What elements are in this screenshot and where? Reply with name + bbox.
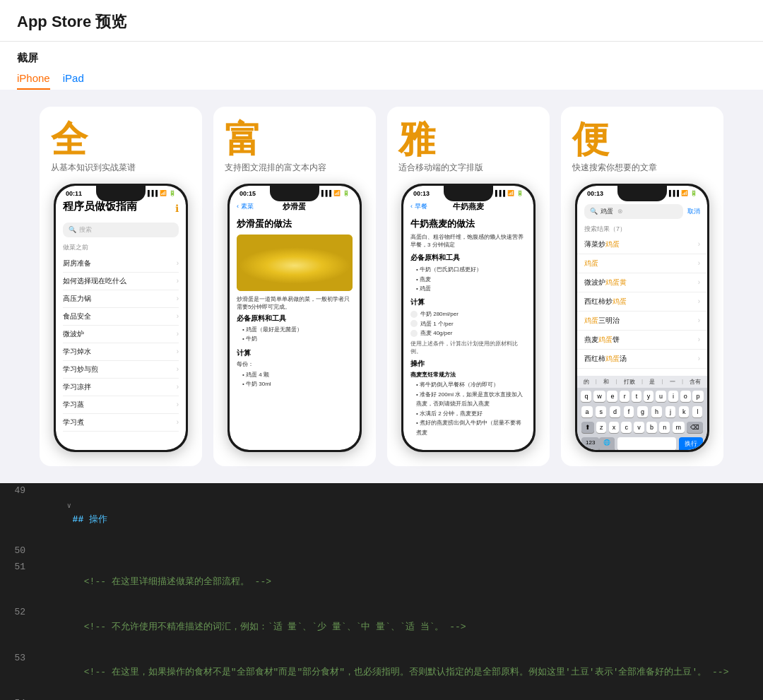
phone3-calc-row-1: 鸡蛋 1 个/per [410,319,526,329]
clear-icon[interactable]: ⊗ [617,208,623,215]
key-u[interactable]: u [656,391,666,402]
list-item[interactable]: 学习蒸 › [63,396,179,414]
key-m[interactable]: m [673,422,685,433]
result-item[interactable]: 微波炉鸡蛋黄 › [577,273,707,292]
back-button-2[interactable]: ‹ 素菜 [237,202,254,211]
device-tabs: iPhone iPad [17,72,746,90]
keyboard-row-1: q w e r t y u i o p [577,389,707,403]
list-item[interactable]: 厨房准备 › [63,255,179,273]
phone-notch-3 [444,186,493,201]
key-return[interactable]: 换行 [679,437,703,450]
key-g[interactable]: g [637,406,648,417]
key-y[interactable]: y [644,391,654,402]
key-c[interactable]: c [621,422,632,433]
key-p[interactable]: p [692,391,703,402]
phone2-ingredient-0: • 鸡蛋（最好是无菌蛋） [237,326,353,335]
key-f[interactable]: f [624,406,634,417]
chevron-icon: › [698,355,700,362]
key-t[interactable]: t [632,391,641,402]
cancel-button-4[interactable]: 取消 [687,207,700,216]
phone4-search-bar: 🔍 鸡蛋 ⊗ 取消 [577,201,707,222]
keyboard-suggestions: 的 | 和 | 打败 | 是 | 一 | 含有 [577,376,707,388]
key-a[interactable]: a [581,406,592,417]
search-placeholder: 搜索 [79,225,92,235]
status-time-3: 00:13 [413,190,430,197]
key-s[interactable]: s [596,406,606,417]
tab-ipad[interactable]: iPad [63,72,84,90]
phone4-search-input[interactable]: 🔍 鸡蛋 ⊗ [584,204,683,219]
key-v[interactable]: v [634,422,644,433]
chevron-icon: › [177,418,179,426]
result-item[interactable]: 燕麦鸡蛋饼 › [577,331,707,350]
collapse-arrow[interactable]: ∨ [67,502,71,510]
key-r[interactable]: r [620,391,629,402]
result-item[interactable]: 西红柿鸡蛋汤 › [577,350,707,369]
list-item[interactable]: 学习焯水 › [63,343,179,361]
key-l[interactable]: l [692,406,702,417]
status-icons-4: ▐▐▐ 📶 🔋 [667,190,697,196]
phone3-ingredient-1: • 燕麦 [410,275,526,285]
result-item[interactable]: 薄菜炒鸡蛋 › [577,235,707,254]
line-number: 54 [0,696,34,700]
tab-iphone[interactable]: iPhone [17,72,50,90]
keyboard-row-3: ⬆ z x c v b n m ⌫ [577,420,707,434]
phone-frame-1: 00:11 ▐▐▐ 📶 🔋 程序员做饭指南 ℹ 🔍 搜索 [54,184,188,452]
key-w[interactable]: w [593,391,605,402]
calc-icon [410,311,418,318]
line-content: <!-- 不允许使用不精准描述的词汇，例如：`适 量`、`少 量`、`中 量`、… [34,605,763,649]
line-number: 49 [0,484,34,499]
key-123[interactable]: 123 [581,437,599,450]
page-title: App Store 预览 [17,13,126,30]
chevron-icon: › [698,240,700,248]
keyboard-row-2: a s d f g h j k l [577,405,707,419]
phone-screen-3: 00:13 ▐▐▐ 📶 🔋 ‹ 早餐 牛奶燕麦 牛奶燕麦的做法 高蛋白、粗谷物纤… [403,186,533,450]
code-line-50: 50 [0,543,763,559]
chevron-icon: › [698,336,700,343]
key-shift[interactable]: ⬆ [581,422,594,433]
code-line-54: 54 [0,696,763,700]
line-number: 51 [0,560,34,575]
key-z[interactable]: z [596,422,607,433]
key-q[interactable]: q [581,391,591,402]
key-b[interactable]: b [646,422,657,433]
result-item[interactable]: 鸡蛋 › [577,254,707,273]
back-button-3[interactable]: ‹ 早餐 [410,202,427,211]
key-o[interactable]: o [680,391,691,402]
screenshots-area: 全 从基本知识到实战菜谱 00:11 ▐▐▐ 📶 🔋 程序员做饭指南 ℹ [0,90,763,483]
phone1-search[interactable]: 🔍 搜索 [63,223,179,237]
phone3-section1: 必备原料和工具 [410,253,526,263]
list-item[interactable]: 学习凉拌 › [63,379,179,396]
status-time-4: 00:13 [587,190,603,197]
phone2-content: 炒滑蛋的做法 炒滑蛋是一道简单单易做的菜，一般初学者只需要5分钟即可完成。 必备… [230,215,360,389]
list-item[interactable]: 微波炉 › [63,326,179,343]
key-emoji[interactable]: 🌐 [599,437,615,450]
list-item[interactable]: 食品安全 › [63,308,179,326]
chevron-icon: › [177,348,179,355]
list-item[interactable]: 如何选择现在吃什么 › [63,273,179,290]
key-j[interactable]: j [666,406,675,417]
key-n[interactable]: n [659,422,670,433]
list-item[interactable]: 学习炒与煎 › [63,361,179,379]
search-icon: 🔍 [69,226,76,233]
key-space[interactable] [617,437,676,450]
result-item[interactable]: 鸡蛋三明治 › [577,312,707,331]
phone2-food-image [237,235,353,291]
list-item[interactable]: 高压力锅 › [63,290,179,308]
key-x[interactable]: x [609,422,620,433]
key-delete[interactable]: ⌫ [687,422,703,433]
phone-notch-1 [96,186,146,201]
phone2-section1: 必备原料和工具 [237,314,353,324]
phone3-content: 牛奶燕麦的做法 高蛋白、粗谷物纤维，饱腹感的懒人快速营养早餐，3 分钟搞定 必备… [403,215,533,438]
phone2-intro: 炒滑蛋是一道简单单易做的菜，一般初学者只需要5分钟即可完成。 [237,295,353,311]
key-d[interactable]: d [610,406,620,417]
phone-screen-2: 00:15 ▐▐▐ 📶 🔋 ‹ 素菜 炒滑蛋 炒滑蛋的做法 [230,186,360,450]
list-item[interactable]: 学习煮 › [63,414,179,432]
phone3-title: 牛奶燕麦的做法 [410,218,526,230]
key-i[interactable]: i [668,391,678,402]
key-h[interactable]: h [651,406,662,417]
keyboard-bottom: 123 🌐 换行 [577,436,707,450]
key-k[interactable]: k [679,406,690,417]
key-e[interactable]: e [607,391,617,402]
phone-notch-4 [617,186,667,201]
result-item[interactable]: 西红柿炒鸡蛋 › [577,292,707,312]
